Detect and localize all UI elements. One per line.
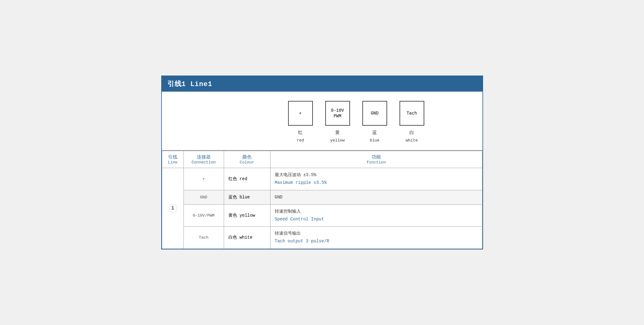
header-line: 引线 Line — [162, 151, 184, 168]
connector-en-white: white — [406, 138, 418, 143]
connector-box-plus: + — [288, 101, 313, 126]
header-color-en: Colour — [228, 160, 266, 165]
func-gnd: GND — [270, 190, 482, 204]
connector-label-yellow: 黄 yellow — [325, 129, 350, 144]
color-white: 白色 white — [224, 227, 270, 249]
header-conn-zh: 连接器 — [188, 154, 219, 160]
table-row: Tach 白色 white 转速信号输出 Tach output 3 pulse… — [162, 227, 482, 249]
conn-pwm: 0-10V/PWM — [184, 204, 224, 226]
main-container: 引线1 Line1 + 0-10VPWM GND Tach 红 red 黄 ye… — [161, 76, 483, 249]
main-table: 引线 Line 连接器 Connection 颜色 Colour 功能 func… — [162, 151, 482, 249]
conn-gnd: GND — [184, 190, 224, 204]
header-color-zh: 颜色 — [228, 154, 266, 160]
line-number-1: 1 ⚙ — [162, 168, 184, 249]
header-line-en: Line — [166, 160, 179, 165]
connector-zh-yellow: 黄 — [335, 130, 340, 136]
connector-box-pwm: 0-10VPWM — [325, 101, 350, 126]
diagram-inner: + 0-10VPWM GND Tach 红 red 黄 yellow 蓝 blu… — [288, 101, 424, 144]
conn-plus: + — [184, 168, 224, 190]
table-row: 1 ⚙ + 红色 red 最大电压波动 ±3.5% Maximum ripple… — [162, 168, 482, 190]
header-color: 颜色 Colour — [224, 151, 270, 168]
table-section: 引线 Line 连接器 Connection 颜色 Colour 功能 func… — [162, 151, 482, 249]
header-line-zh: 引线 — [166, 154, 179, 160]
connector-en-blue: blue — [370, 138, 379, 143]
header-func-zh: 功能 — [275, 154, 478, 160]
title-bar: 引线1 Line1 — [162, 76, 482, 92]
watermark-icon: ⚙ — [167, 197, 178, 220]
connector-box-gnd: GND — [362, 101, 387, 126]
page-title: 引线1 Line1 — [167, 80, 212, 88]
connector-en-yellow: yellow — [330, 138, 345, 143]
table-header-row: 引线 Line 连接器 Connection 颜色 Colour 功能 func… — [162, 151, 482, 168]
table-row: 0-10V/PWM 黄色 yellow 转速控制输入 Speed Control… — [162, 204, 482, 226]
connector-boxes: + 0-10VPWM GND Tach — [288, 101, 424, 126]
connector-label-blue: 蓝 blue — [362, 129, 387, 144]
diagram-section: + 0-10VPWM GND Tach 红 red 黄 yellow 蓝 blu… — [162, 92, 482, 151]
connector-label-red: 红 red — [288, 129, 313, 144]
func-pwm: 转速控制输入 Speed Control Input — [270, 204, 482, 226]
header-func: 功能 function — [270, 151, 482, 168]
connector-en-red: red — [297, 138, 304, 143]
header-conn: 连接器 Connection — [184, 151, 224, 168]
connector-label-white: 白 white — [400, 129, 424, 144]
connector-box-tach: Tach — [400, 101, 424, 126]
color-blue: 蓝色 blue — [224, 190, 270, 204]
func-tach: 转速信号输出 Tach output 3 pulse/R — [270, 227, 482, 249]
conn-tach: Tach — [184, 227, 224, 249]
header-conn-en: Connection — [188, 160, 219, 165]
connector-zh-white: 白 — [409, 130, 414, 136]
connector-labels: 红 red 黄 yellow 蓝 blue 白 white — [288, 129, 424, 144]
header-func-en: function — [275, 160, 478, 165]
connector-zh-red: 红 — [298, 130, 303, 136]
color-red: 红色 red — [224, 168, 270, 190]
color-yellow: 黄色 yellow — [224, 204, 270, 226]
func-red: 最大电压波动 ±3.5% Maximum ripple ±3.5% — [270, 168, 482, 190]
table-row: GND 蓝色 blue GND — [162, 190, 482, 204]
connector-zh-blue: 蓝 — [372, 130, 377, 136]
